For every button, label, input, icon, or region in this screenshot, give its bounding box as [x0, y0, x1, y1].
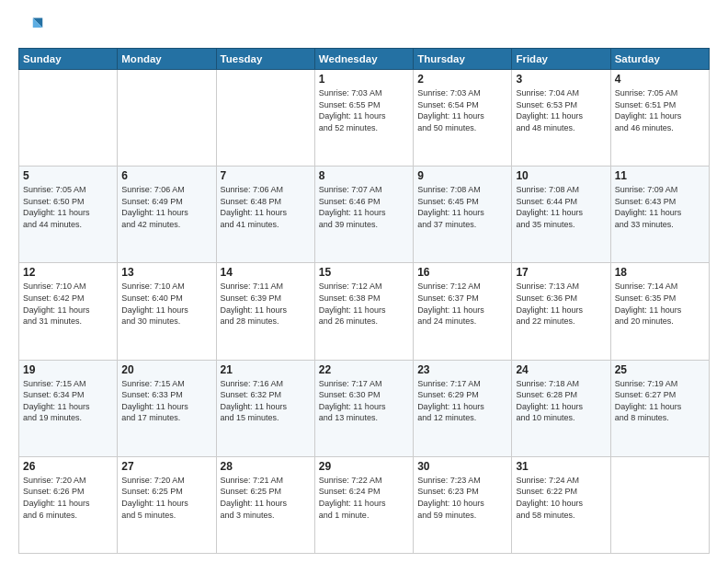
day-number: 18 — [615, 266, 705, 279]
day-number: 26 — [23, 460, 113, 473]
calendar-cell: 3Sunrise: 7:04 AMSunset: 6:53 PMDaylight… — [512, 70, 610, 167]
calendar-cell: 5Sunrise: 7:05 AMSunset: 6:50 PMDaylight… — [19, 167, 118, 263]
day-number: 6 — [121, 169, 211, 182]
day-info: Sunrise: 7:17 AMSunset: 6:29 PMDaylight:… — [417, 378, 507, 424]
day-number: 22 — [319, 363, 409, 376]
day-info: Sunrise: 7:08 AMSunset: 6:45 PMDaylight:… — [417, 184, 507, 230]
day-info: Sunrise: 7:20 AMSunset: 6:25 PMDaylight:… — [121, 475, 211, 521]
day-number: 5 — [23, 169, 113, 182]
day-number: 11 — [615, 169, 705, 182]
calendar-cell: 8Sunrise: 7:07 AMSunset: 6:46 PMDaylight… — [314, 167, 413, 263]
calendar-cell: 1Sunrise: 7:03 AMSunset: 6:55 PMDaylight… — [314, 70, 413, 167]
calendar-cell — [216, 70, 314, 167]
calendar-cell: 13Sunrise: 7:10 AMSunset: 6:40 PMDayligh… — [118, 263, 216, 360]
calendar-cell: 31Sunrise: 7:24 AMSunset: 6:22 PMDayligh… — [512, 456, 610, 553]
day-number: 8 — [319, 169, 409, 182]
day-info: Sunrise: 7:14 AMSunset: 6:35 PMDaylight:… — [615, 281, 705, 327]
calendar-cell: 30Sunrise: 7:23 AMSunset: 6:23 PMDayligh… — [414, 456, 512, 553]
day-number: 10 — [516, 169, 606, 182]
day-info: Sunrise: 7:19 AMSunset: 6:27 PMDaylight:… — [615, 378, 705, 424]
calendar-cell — [610, 456, 709, 553]
day-number: 4 — [615, 73, 705, 86]
day-info: Sunrise: 7:05 AMSunset: 6:51 PMDaylight:… — [615, 87, 705, 133]
day-info: Sunrise: 7:03 AMSunset: 6:55 PMDaylight:… — [319, 87, 409, 133]
day-info: Sunrise: 7:10 AMSunset: 6:40 PMDaylight:… — [121, 281, 211, 327]
calendar-cell: 20Sunrise: 7:15 AMSunset: 6:33 PMDayligh… — [118, 360, 216, 456]
calendar-cell: 4Sunrise: 7:05 AMSunset: 6:51 PMDaylight… — [610, 70, 709, 167]
day-number: 13 — [121, 266, 211, 279]
calendar-cell: 23Sunrise: 7:17 AMSunset: 6:29 PMDayligh… — [414, 360, 512, 456]
day-info: Sunrise: 7:06 AMSunset: 6:49 PMDaylight:… — [121, 184, 211, 230]
calendar-cell: 18Sunrise: 7:14 AMSunset: 6:35 PMDayligh… — [610, 263, 709, 360]
calendar-cell: 26Sunrise: 7:20 AMSunset: 6:26 PMDayligh… — [19, 456, 118, 553]
calendar-cell: 11Sunrise: 7:09 AMSunset: 6:43 PMDayligh… — [610, 167, 709, 263]
day-number: 12 — [23, 266, 113, 279]
day-number: 24 — [516, 363, 606, 376]
day-info: Sunrise: 7:17 AMSunset: 6:30 PMDaylight:… — [319, 378, 409, 424]
day-number: 14 — [221, 266, 311, 279]
calendar-cell: 22Sunrise: 7:17 AMSunset: 6:30 PMDayligh… — [314, 360, 413, 456]
day-info: Sunrise: 7:09 AMSunset: 6:43 PMDaylight:… — [615, 184, 705, 230]
calendar-cell: 9Sunrise: 7:08 AMSunset: 6:45 PMDaylight… — [414, 167, 512, 263]
day-number: 15 — [319, 266, 409, 279]
day-number: 1 — [319, 73, 409, 86]
day-info: Sunrise: 7:22 AMSunset: 6:24 PMDaylight:… — [319, 475, 409, 521]
calendar-cell — [19, 70, 118, 167]
header — [18, 15, 710, 40]
calendar-cell: 10Sunrise: 7:08 AMSunset: 6:44 PMDayligh… — [512, 167, 610, 263]
calendar-cell: 12Sunrise: 7:10 AMSunset: 6:42 PMDayligh… — [19, 263, 118, 360]
day-info: Sunrise: 7:15 AMSunset: 6:34 PMDaylight:… — [23, 378, 113, 424]
col-header-tuesday: Tuesday — [216, 49, 314, 70]
day-info: Sunrise: 7:11 AMSunset: 6:39 PMDaylight:… — [221, 281, 311, 327]
calendar-cell: 17Sunrise: 7:13 AMSunset: 6:36 PMDayligh… — [512, 263, 610, 360]
calendar-cell: 7Sunrise: 7:06 AMSunset: 6:48 PMDaylight… — [216, 167, 314, 263]
day-info: Sunrise: 7:15 AMSunset: 6:33 PMDaylight:… — [121, 378, 211, 424]
calendar-cell: 21Sunrise: 7:16 AMSunset: 6:32 PMDayligh… — [216, 360, 314, 456]
logo-icon — [18, 15, 44, 40]
day-number: 17 — [516, 266, 606, 279]
day-info: Sunrise: 7:16 AMSunset: 6:32 PMDaylight:… — [221, 378, 311, 424]
calendar-table: SundayMondayTuesdayWednesdayThursdayFrid… — [18, 48, 710, 554]
day-info: Sunrise: 7:03 AMSunset: 6:54 PMDaylight:… — [417, 87, 507, 133]
day-number: 19 — [23, 363, 113, 376]
day-info: Sunrise: 7:04 AMSunset: 6:53 PMDaylight:… — [516, 87, 606, 133]
day-number: 21 — [221, 363, 311, 376]
day-number: 25 — [615, 363, 705, 376]
col-header-saturday: Saturday — [610, 49, 709, 70]
day-info: Sunrise: 7:07 AMSunset: 6:46 PMDaylight:… — [319, 184, 409, 230]
day-info: Sunrise: 7:21 AMSunset: 6:25 PMDaylight:… — [221, 475, 311, 521]
calendar-cell — [118, 70, 216, 167]
calendar-cell: 29Sunrise: 7:22 AMSunset: 6:24 PMDayligh… — [314, 456, 413, 553]
day-number: 29 — [319, 460, 409, 473]
day-info: Sunrise: 7:18 AMSunset: 6:28 PMDaylight:… — [516, 378, 606, 424]
day-number: 2 — [417, 73, 507, 86]
day-number: 27 — [121, 460, 211, 473]
calendar-cell: 16Sunrise: 7:12 AMSunset: 6:37 PMDayligh… — [414, 263, 512, 360]
day-info: Sunrise: 7:20 AMSunset: 6:26 PMDaylight:… — [23, 475, 113, 521]
logo — [18, 15, 48, 40]
day-info: Sunrise: 7:12 AMSunset: 6:38 PMDaylight:… — [319, 281, 409, 327]
day-number: 3 — [516, 73, 606, 86]
day-number: 23 — [417, 363, 507, 376]
calendar-cell: 25Sunrise: 7:19 AMSunset: 6:27 PMDayligh… — [610, 360, 709, 456]
day-info: Sunrise: 7:05 AMSunset: 6:50 PMDaylight:… — [23, 184, 113, 230]
col-header-friday: Friday — [512, 49, 610, 70]
day-number: 30 — [417, 460, 507, 473]
day-number: 9 — [417, 169, 507, 182]
day-number: 20 — [121, 363, 211, 376]
day-info: Sunrise: 7:06 AMSunset: 6:48 PMDaylight:… — [221, 184, 311, 230]
day-info: Sunrise: 7:08 AMSunset: 6:44 PMDaylight:… — [516, 184, 606, 230]
calendar-cell: 2Sunrise: 7:03 AMSunset: 6:54 PMDaylight… — [414, 70, 512, 167]
day-number: 7 — [221, 169, 311, 182]
col-header-monday: Monday — [118, 49, 216, 70]
col-header-sunday: Sunday — [19, 49, 118, 70]
calendar-cell: 19Sunrise: 7:15 AMSunset: 6:34 PMDayligh… — [19, 360, 118, 456]
day-info: Sunrise: 7:12 AMSunset: 6:37 PMDaylight:… — [417, 281, 507, 327]
calendar-cell: 24Sunrise: 7:18 AMSunset: 6:28 PMDayligh… — [512, 360, 610, 456]
calendar-cell: 14Sunrise: 7:11 AMSunset: 6:39 PMDayligh… — [216, 263, 314, 360]
day-info: Sunrise: 7:23 AMSunset: 6:23 PMDaylight:… — [417, 475, 507, 521]
page: SundayMondayTuesdayWednesdayThursdayFrid… — [0, 0, 728, 563]
calendar-cell: 28Sunrise: 7:21 AMSunset: 6:25 PMDayligh… — [216, 456, 314, 553]
day-info: Sunrise: 7:13 AMSunset: 6:36 PMDaylight:… — [516, 281, 606, 327]
day-number: 16 — [417, 266, 507, 279]
